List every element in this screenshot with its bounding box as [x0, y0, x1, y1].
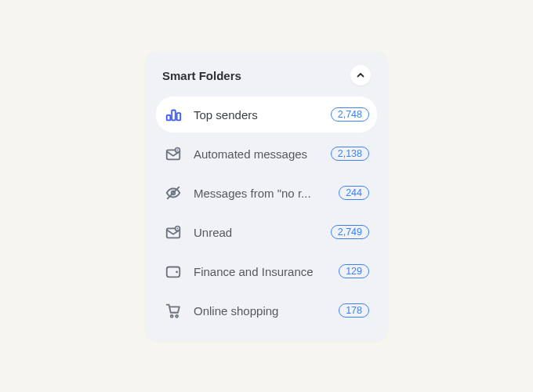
- svg-point-14: [176, 315, 178, 318]
- folder-item-finance-insurance[interactable]: Finance and Insurance 129: [156, 253, 377, 289]
- folder-list: Top senders 2,748 Automated messages 2,1…: [156, 96, 377, 328]
- folder-item-automated-messages[interactable]: Automated messages 2,138: [156, 136, 377, 172]
- svg-point-12: [176, 271, 178, 274]
- panel-header: Smart Folders: [156, 65, 377, 96]
- mail-gear-icon: [164, 223, 183, 241]
- chevron-up-icon: [356, 71, 365, 80]
- smart-folders-panel: Smart Folders Top senders 2,748: [145, 51, 388, 341]
- panel-title: Smart Folders: [162, 69, 241, 82]
- folder-label: Messages from "no r...: [194, 187, 334, 200]
- svg-point-10: [177, 228, 179, 230]
- folder-item-online-shopping[interactable]: Online shopping 178: [156, 292, 377, 328]
- mail-gear-icon: [164, 144, 183, 163]
- count-badge: 2,138: [331, 147, 369, 161]
- folder-item-messages-from-noreply[interactable]: Messages from "no r... 244: [156, 175, 377, 211]
- folder-label: Unread: [194, 226, 326, 239]
- count-badge: 244: [339, 186, 369, 200]
- folder-label: Online shopping: [194, 304, 334, 318]
- count-badge: 178: [339, 303, 369, 318]
- count-badge: 129: [339, 264, 369, 278]
- wallet-icon: [164, 262, 183, 281]
- folder-label: Top senders: [194, 108, 326, 122]
- folder-label: Finance and Insurance: [194, 265, 334, 278]
- shopping-cart-icon: [164, 301, 183, 320]
- folder-item-top-senders[interactable]: Top senders 2,748: [156, 96, 377, 132]
- collapse-button[interactable]: [350, 65, 371, 85]
- chart-bar-icon: [164, 105, 183, 124]
- svg-point-5: [177, 150, 179, 151]
- svg-point-13: [171, 315, 173, 318]
- folder-item-unread[interactable]: Unread 2,749: [156, 214, 377, 250]
- svg-rect-1: [172, 111, 176, 121]
- count-badge: 2,749: [331, 225, 369, 239]
- svg-rect-2: [177, 113, 181, 120]
- eye-off-icon: [164, 183, 183, 202]
- folder-label: Automated messages: [194, 147, 326, 161]
- svg-rect-0: [167, 115, 171, 120]
- count-badge: 2,748: [331, 107, 369, 122]
